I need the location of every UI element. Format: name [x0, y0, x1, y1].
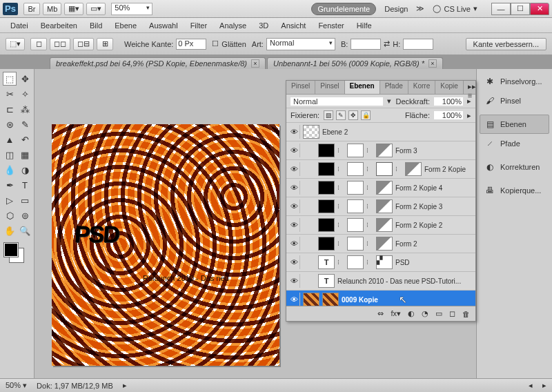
- close-tab-icon[interactable]: ×: [251, 59, 259, 68]
- close-button[interactable]: ✕: [530, 3, 549, 15]
- dock-ebenen[interactable]: ▤Ebenen: [480, 115, 549, 134]
- menu-hilfe[interactable]: Hilfe: [351, 20, 378, 31]
- panel-tab-kopie[interactable]: Kopie: [435, 81, 464, 94]
- layer-row[interactable]: 👁0009 Kopie: [286, 291, 475, 306]
- feather-input[interactable]: 0 Px: [176, 39, 206, 50]
- dock-pfade[interactable]: ⟋Pfade: [480, 134, 549, 153]
- menu-3d[interactable]: 3D: [253, 20, 275, 31]
- tool-history[interactable]: ↶: [18, 133, 32, 146]
- layer-row[interactable]: 👁TRelaunch 2010 - Das neue PSD-Tutori...: [286, 272, 475, 291]
- style-select[interactable]: Normal: [266, 38, 335, 50]
- tool-shape[interactable]: ▭: [18, 193, 32, 207]
- selection-add[interactable]: ◻◻: [50, 38, 70, 50]
- maximize-button[interactable]: ☐: [511, 3, 530, 15]
- layer-row[interactable]: 👁⁞⁞Form 2: [286, 235, 475, 253]
- status-zoom[interactable]: 50%: [6, 381, 27, 390]
- document-tab-1[interactable]: breakeffekt.psd bei 64,9% (PSD Kopie, Eb…: [50, 57, 266, 69]
- panel-menu-icon[interactable]: ▸▸ ≡: [464, 81, 480, 94]
- tool-wand[interactable]: ✧: [18, 87, 32, 101]
- tool-move[interactable]: ✥: [18, 72, 32, 86]
- dock-korrekturen[interactable]: ◐Korrekturen: [480, 157, 549, 177]
- selection-intersect[interactable]: ⊞: [97, 38, 113, 50]
- layer-row[interactable]: 👁⁞⁞Form 2 Kopie 3: [286, 197, 475, 216]
- layer-row[interactable]: 👁Ebene 2: [286, 123, 475, 141]
- selection-new[interactable]: ◻: [30, 38, 47, 50]
- visibility-icon[interactable]: 👁: [289, 218, 300, 232]
- visibility-icon[interactable]: 👁: [289, 293, 300, 306]
- tool-zoom[interactable]: 🔍: [18, 224, 32, 237]
- panel-tab-pinsel1[interactable]: Pinsel: [286, 81, 315, 94]
- lock-position-icon[interactable]: ✥: [348, 110, 358, 120]
- menu-fenster[interactable]: Fenster: [312, 20, 350, 31]
- menu-datei[interactable]: Datei: [4, 20, 34, 31]
- menu-ebene[interactable]: Ebene: [108, 20, 143, 31]
- tool-3dcam[interactable]: ⊚: [18, 208, 32, 222]
- visibility-icon[interactable]: 👁: [289, 255, 300, 269]
- fx-icon[interactable]: fx▾: [391, 309, 401, 318]
- adjustment-icon[interactable]: ◔: [422, 309, 428, 318]
- tool-blur[interactable]: 💧: [3, 163, 17, 177]
- layer-row[interactable]: 👁⁞⁞⁞Form 2 Kopie: [286, 160, 475, 179]
- layer-row[interactable]: 👁⁞⁞Form 2 Kopie 2: [286, 216, 475, 235]
- panel-tab-ebenen[interactable]: Ebenen: [345, 81, 380, 94]
- opacity-input[interactable]: 100%: [434, 97, 463, 106]
- minibridge-button[interactable]: Mb: [43, 3, 61, 15]
- menu-filter[interactable]: Filter: [184, 20, 213, 31]
- marquee-tool-preset[interactable]: ⬚▾: [6, 38, 25, 50]
- tool-3d[interactable]: ⬡: [3, 208, 17, 222]
- visibility-icon[interactable]: 👁: [289, 237, 300, 251]
- tool-stamp[interactable]: ▲: [3, 133, 17, 146]
- status-doc-size[interactable]: Dok: 1,97 MB/12,9 MB: [37, 382, 113, 390]
- zoom-select[interactable]: 50%: [111, 3, 152, 15]
- dock-pinselvorg[interactable]: ✱Pinselvorg...: [480, 72, 549, 91]
- tool-eraser[interactable]: ◫: [3, 148, 17, 161]
- bridge-button[interactable]: Br: [23, 3, 40, 15]
- tool-brush[interactable]: ✎: [18, 117, 32, 131]
- menu-ansicht[interactable]: Ansicht: [275, 20, 312, 31]
- refine-edge-button[interactable]: Kante verbessern...: [466, 38, 546, 50]
- view-extras-button[interactable]: ▦▾: [64, 3, 83, 15]
- menu-auswahl[interactable]: Auswahl: [143, 20, 184, 31]
- tool-lasso[interactable]: ✂: [3, 87, 17, 101]
- workspace-design[interactable]: Design: [384, 5, 408, 13]
- tool-hand[interactable]: ✋: [3, 224, 17, 237]
- blend-mode-select[interactable]: Normal: [290, 97, 383, 106]
- group-icon[interactable]: ▭: [435, 309, 442, 318]
- panel-tab-pfade[interactable]: Pfade: [380, 81, 408, 94]
- lock-all-icon[interactable]: 🔒: [361, 110, 371, 120]
- visibility-icon[interactable]: 👁: [289, 199, 300, 213]
- color-swatch[interactable]: [3, 243, 32, 265]
- lock-pixels-icon[interactable]: ✎: [336, 110, 346, 120]
- trash-icon[interactable]: 🗑: [462, 310, 470, 318]
- menu-bearbeiten[interactable]: Bearbeiten: [34, 20, 83, 31]
- layer-row[interactable]: 👁⁞⁞Form 3: [286, 141, 475, 160]
- tool-path[interactable]: ▷: [3, 193, 17, 207]
- minimize-button[interactable]: —: [491, 3, 511, 15]
- workspace-grundelemente[interactable]: Grundelemente: [311, 3, 376, 15]
- tool-gradient[interactable]: ▦: [18, 148, 32, 161]
- fill-input[interactable]: 100%: [434, 111, 463, 119]
- new-layer-icon[interactable]: ◻: [449, 309, 455, 318]
- document-canvas[interactable]: PSD Relaunch 2010 - Das neu: [52, 124, 279, 366]
- tool-pen[interactable]: ✒: [3, 178, 17, 192]
- lock-transparent-icon[interactable]: ▨: [324, 110, 333, 120]
- tool-eyedrop[interactable]: ⁂: [18, 102, 32, 116]
- visibility-icon[interactable]: 👁: [289, 181, 300, 195]
- selection-subtract[interactable]: ◻⊟: [73, 38, 94, 50]
- tool-dodge[interactable]: ◑: [18, 163, 32, 177]
- dock-pinsel[interactable]: 🖌Pinsel: [480, 91, 549, 110]
- link-layers-icon[interactable]: ⇔: [377, 309, 384, 318]
- screen-mode-button[interactable]: ▭▾: [86, 3, 106, 15]
- visibility-icon[interactable]: 👁: [289, 125, 300, 139]
- tool-crop[interactable]: ⊏: [3, 102, 17, 116]
- panel-tab-pinsel2[interactable]: Pinsel: [315, 81, 344, 94]
- visibility-icon[interactable]: 👁: [289, 162, 300, 176]
- layer-row[interactable]: 👁⁞⁞Form 2 Kopie 4: [286, 179, 475, 197]
- menu-analyse[interactable]: Analyse: [213, 20, 253, 31]
- tool-type[interactable]: T: [18, 178, 32, 192]
- dock-kopierquelle[interactable]: 🖶Kopierque...: [480, 181, 549, 200]
- mask-icon[interactable]: ◐: [408, 309, 415, 318]
- close-tab-icon[interactable]: ×: [428, 59, 437, 68]
- tool-heal[interactable]: ⊛: [3, 117, 17, 131]
- cslive-button[interactable]: CS Live: [444, 5, 471, 13]
